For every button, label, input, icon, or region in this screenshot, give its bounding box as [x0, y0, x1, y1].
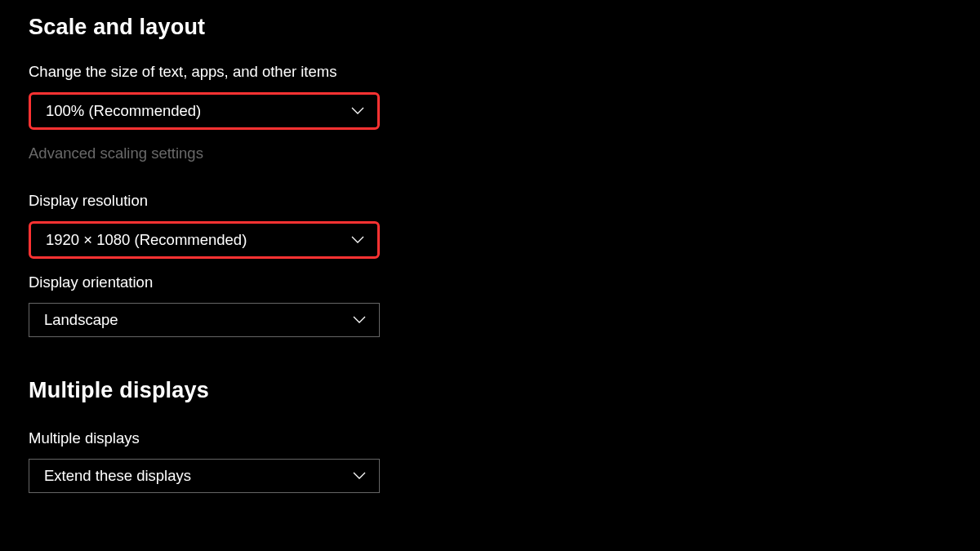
- chevron-down-icon: [353, 469, 366, 482]
- orientation-field: Display orientation Landscape: [29, 273, 951, 337]
- resolution-value: 1920 × 1080 (Recommended): [46, 231, 247, 249]
- orientation-label: Display orientation: [29, 273, 951, 291]
- text-size-dropdown[interactable]: 100% (Recommended): [29, 92, 380, 130]
- resolution-label: Display resolution: [29, 192, 951, 210]
- multiple-displays-dropdown[interactable]: Extend these displays: [29, 459, 380, 493]
- resolution-dropdown[interactable]: 1920 × 1080 (Recommended): [29, 221, 380, 259]
- advanced-scaling-link[interactable]: Advanced scaling settings: [29, 144, 951, 162]
- scale-and-layout-heading: Scale and layout: [29, 15, 951, 40]
- chevron-down-icon: [351, 104, 364, 118]
- multiple-displays-value: Extend these displays: [44, 467, 191, 485]
- multiple-displays-label: Multiple displays: [29, 429, 951, 447]
- text-size-label: Change the size of text, apps, and other…: [29, 63, 951, 81]
- resolution-field: Display resolution 1920 × 1080 (Recommen…: [29, 192, 951, 259]
- orientation-dropdown[interactable]: Landscape: [29, 303, 380, 337]
- orientation-value: Landscape: [44, 311, 118, 329]
- text-size-value: 100% (Recommended): [46, 102, 201, 120]
- multiple-displays-heading: Multiple displays: [29, 378, 951, 403]
- multiple-displays-field: Multiple displays Extend these displays: [29, 429, 951, 493]
- chevron-down-icon: [353, 313, 366, 327]
- chevron-down-icon: [351, 233, 364, 247]
- text-size-field: Change the size of text, apps, and other…: [29, 63, 951, 130]
